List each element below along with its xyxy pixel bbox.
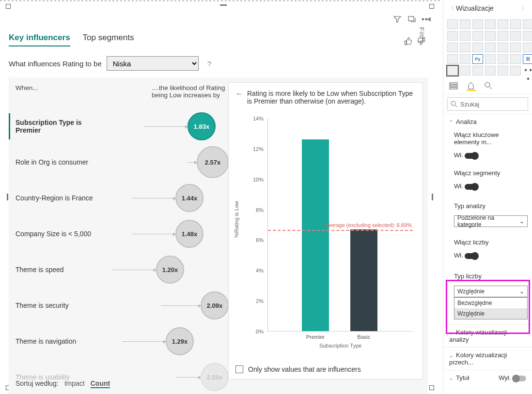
question-dropdown[interactable]: Niska — [107, 56, 199, 71]
analytics-tab-icon[interactable] — [484, 81, 494, 91]
sort-impact[interactable]: Impact — [64, 379, 85, 388]
viz-type-icon[interactable] — [460, 43, 470, 52]
viz-type-icon[interactable] — [472, 43, 483, 52]
toggle-counts[interactable] — [465, 253, 478, 259]
viz-type-icon[interactable]: • • • — [523, 66, 532, 76]
influencer-row[interactable]: Role in Org is consumer2.57x — [16, 144, 229, 180]
section-kolory-analizy[interactable]: ⌄Kolory wizualizacji analizy — [443, 324, 532, 347]
viz-type-icon[interactable] — [447, 31, 458, 41]
y-tick: 10% — [250, 177, 264, 182]
viz-type-icon[interactable] — [460, 66, 470, 76]
viz-type-icon[interactable] — [510, 66, 521, 76]
factor-bubble[interactable]: 2.57x — [197, 146, 229, 178]
sort-label: Sortuj według: — [16, 379, 59, 388]
tab-top-segments[interactable]: Top segments — [83, 33, 134, 46]
viz-type-icon[interactable] — [472, 31, 483, 41]
pane-tabs — [443, 78, 532, 94]
key-influencers-visual[interactable]: ••• Key influencers Top segments What in… — [9, 7, 430, 391]
viz-type-icon[interactable] — [498, 31, 508, 41]
viz-type-icon[interactable] — [523, 43, 532, 52]
viz-type-icon[interactable] — [510, 54, 521, 64]
viz-type-icon[interactable] — [523, 31, 532, 41]
format-tab-icon[interactable] — [467, 81, 476, 91]
filter-icon[interactable] — [393, 15, 401, 23]
toggle-ki[interactable] — [465, 153, 478, 159]
viz-type-icon[interactable] — [498, 43, 508, 52]
viz-type-icon[interactable] — [485, 66, 496, 76]
tab-key-influencers[interactable]: Key influencers — [9, 33, 70, 46]
toggle-segments[interactable] — [465, 184, 478, 190]
factor-bubble[interactable]: 2.55x — [201, 363, 229, 391]
only-influencers-row[interactable]: Only show values that are influencers — [235, 365, 361, 373]
viz-type-icon[interactable] — [447, 19, 458, 29]
factor-bubble[interactable]: 2.09x — [201, 291, 229, 319]
viz-type-icon[interactable] — [447, 66, 458, 76]
filters-collapse-icon[interactable]: ◁ — [426, 15, 431, 22]
fields-tab-icon[interactable] — [449, 81, 459, 91]
factor-bubble[interactable]: 1.29x — [166, 327, 194, 355]
viz-type-icon[interactable] — [460, 19, 470, 29]
viz-type-icon[interactable] — [498, 19, 508, 29]
resize-handle-l[interactable] — [7, 194, 8, 200]
viz-type-icon[interactable] — [523, 19, 532, 29]
influencer-row[interactable]: Country-Region is France1.44x — [16, 180, 229, 216]
viz-type-icon[interactable] — [447, 43, 458, 52]
back-arrow-icon[interactable]: ← — [235, 90, 243, 105]
viz-type-icon[interactable] — [510, 19, 521, 29]
checkbox-icon[interactable] — [235, 365, 243, 373]
viz-type-icon[interactable] — [485, 54, 496, 64]
influencer-row[interactable]: Theme is speed1.20x — [16, 252, 229, 288]
viz-type-icon[interactable]: R — [523, 54, 532, 64]
option-bezwzgledne[interactable]: Bezwzględne — [454, 298, 527, 308]
viz-expand-icon[interactable]: 〉 — [521, 4, 527, 13]
factor-bubble[interactable]: 1.48x — [175, 220, 203, 248]
viz-type-icon[interactable] — [485, 19, 496, 29]
viz-type-icon[interactable] — [498, 66, 508, 76]
section-kolory-przech[interactable]: ⌄Kolory wizualizacji przech... — [443, 347, 532, 370]
factor-bubble[interactable]: 1.20x — [156, 256, 184, 284]
viz-type-icon[interactable] — [460, 54, 470, 64]
influencer-row[interactable]: Theme is usability2.55x — [16, 359, 229, 394]
viz-type-icon[interactable] — [510, 43, 521, 52]
toggle-tytul[interactable] — [513, 376, 526, 381]
section-tytul[interactable]: ⌄Tytuł Wył. — [443, 370, 532, 385]
canvas-top-grip[interactable] — [0, 0, 440, 1]
influencer-row[interactable]: Theme is security2.09x — [16, 288, 229, 323]
search-icon — [451, 101, 457, 107]
search-input[interactable]: Szukaj — [447, 97, 528, 111]
factor-bubble[interactable]: 1.44x — [175, 184, 203, 212]
focus-icon[interactable] — [408, 15, 416, 23]
viz-type-icon[interactable] — [472, 19, 483, 29]
resize-handle-t[interactable] — [220, 4, 227, 6]
influencer-row[interactable]: Company Size is < 5,0001.48x — [16, 216, 229, 252]
typ-liczby-dropdown[interactable]: Względnie⌄ — [454, 286, 528, 297]
viz-type-icon[interactable] — [498, 54, 508, 64]
help-icon[interactable]: ? — [207, 60, 211, 68]
enable-segments-label: Włącz segmenty — [443, 167, 532, 181]
thumb-up-icon[interactable] — [404, 37, 413, 47]
viz-type-icon[interactable] — [447, 54, 458, 64]
resize-handle-r[interactable] — [432, 194, 433, 200]
viz-collapse-icon[interactable]: 〈 — [448, 4, 454, 13]
option-wzglednie[interactable]: Względnie — [454, 308, 527, 319]
viz-type-icon[interactable] — [485, 31, 496, 41]
bar[interactable] — [350, 229, 377, 331]
enable-counts-label: Włącz liczby — [443, 237, 532, 250]
sort-count[interactable]: Count — [91, 379, 110, 388]
viz-type-icon[interactable]: Py — [472, 54, 483, 64]
typ-liczby-options: Bezwzględne Względnie — [454, 297, 528, 319]
viz-type-icon[interactable] — [460, 31, 470, 41]
filters-tab-label[interactable]: Filtry — [418, 27, 425, 44]
influencer-label: Company Size is < 5,000 — [16, 230, 103, 238]
viz-type-icon[interactable] — [472, 66, 483, 76]
influencer-row[interactable]: Subscription Type is Premier1.83x — [16, 108, 229, 144]
viz-type-icon[interactable] — [485, 43, 496, 52]
influencer-label: Theme is navigation — [16, 337, 103, 345]
bar[interactable] — [302, 139, 329, 331]
viz-type-icon[interactable] — [510, 31, 521, 41]
influencers-list: Subscription Type is Premier1.83xRole in… — [16, 108, 229, 394]
section-analiza[interactable]: ⌃Analiza — [443, 114, 532, 129]
typ-analizy-dropdown[interactable]: Podzielone na kategorie⌄ — [454, 215, 528, 227]
factor-bubble[interactable]: 1.83x — [188, 112, 216, 140]
influencer-row[interactable]: Theme is navigation1.29x — [16, 323, 229, 359]
